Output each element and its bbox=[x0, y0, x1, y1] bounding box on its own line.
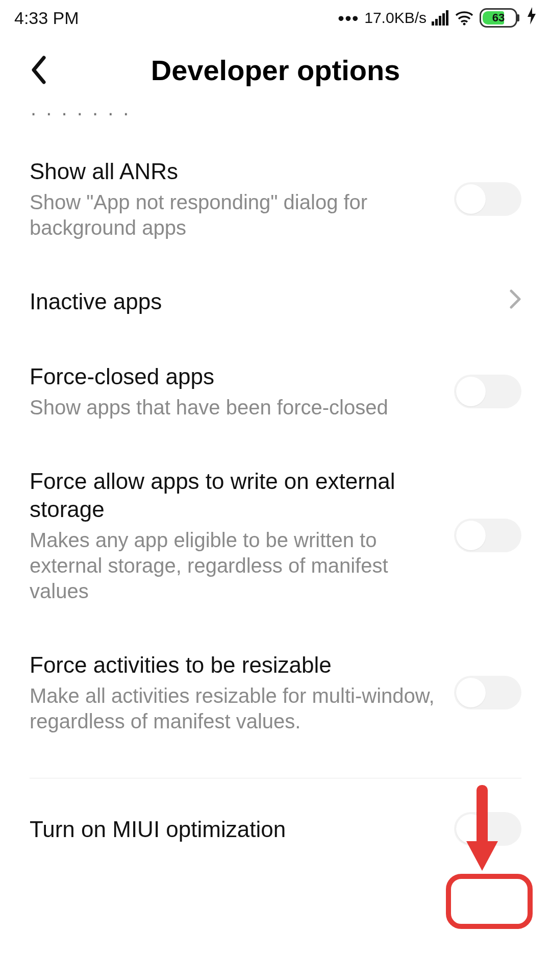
svg-rect-4 bbox=[446, 10, 448, 26]
battery-icon: 63 bbox=[480, 8, 518, 28]
battery-percent: 63 bbox=[481, 11, 516, 24]
cutoff-text: . . . . . . . bbox=[0, 103, 551, 113]
chevron-right-icon bbox=[509, 289, 521, 314]
setting-title: Turn on MIUI optimization bbox=[30, 815, 439, 843]
setting-text: Turn on MIUI optimization bbox=[30, 815, 439, 843]
svg-rect-3 bbox=[442, 13, 445, 26]
setting-text: Force activities to be resizable Make al… bbox=[30, 651, 439, 734]
page-title: Developer options bbox=[56, 54, 495, 87]
status-right: ••• 17.0KB/s 63 bbox=[338, 7, 537, 29]
setting-miui-optimization[interactable]: Turn on MIUI optimization bbox=[30, 794, 521, 869]
cellular-signal-icon bbox=[432, 10, 449, 26]
setting-control bbox=[454, 182, 521, 216]
setting-text: Show all ANRs Show "App not responding" … bbox=[30, 157, 439, 240]
setting-title: Force allow apps to write on external st… bbox=[30, 467, 439, 523]
svg-rect-0 bbox=[432, 21, 434, 26]
svg-rect-6 bbox=[477, 785, 488, 846]
charging-icon bbox=[527, 7, 537, 29]
setting-force-closed-apps[interactable]: Force-closed apps Show apps that have be… bbox=[30, 339, 521, 444]
setting-inactive-apps[interactable]: Inactive apps bbox=[30, 264, 521, 339]
setting-title: Show all ANRs bbox=[30, 157, 439, 185]
wifi-icon bbox=[454, 10, 474, 26]
setting-text: Inactive apps bbox=[30, 287, 494, 315]
settings-list[interactable]: Show all ANRs Show "App not responding" … bbox=[0, 113, 551, 869]
setting-title: Inactive apps bbox=[30, 287, 494, 315]
status-bar: 4:33 PM ••• 17.0KB/s 63 bbox=[0, 0, 551, 32]
annotation-highlight-box bbox=[446, 874, 533, 929]
setting-title: Force-closed apps bbox=[30, 362, 439, 390]
svg-rect-1 bbox=[435, 19, 438, 26]
setting-force-write-external[interactable]: Force allow apps to write on external st… bbox=[30, 444, 521, 627]
setting-subtitle: Show apps that have been force-closed bbox=[30, 395, 439, 420]
setting-subtitle: Show "App not responding" dialog for bac… bbox=[30, 189, 439, 240]
chevron-left-icon bbox=[30, 56, 47, 84]
toggle-switch[interactable] bbox=[454, 676, 521, 709]
setting-subtitle: Make all activities resizable for multi-… bbox=[30, 683, 439, 734]
header: Developer options bbox=[0, 32, 551, 103]
setting-force-resizable[interactable]: Force activities to be resizable Make al… bbox=[30, 627, 521, 757]
back-button[interactable] bbox=[20, 52, 56, 88]
setting-title: Force activities to be resizable bbox=[30, 651, 439, 679]
setting-text: Force-closed apps Show apps that have be… bbox=[30, 362, 439, 420]
toggle-switch[interactable] bbox=[454, 182, 521, 216]
notification-dots-icon: ••• bbox=[338, 8, 360, 28]
annotation-arrow-icon bbox=[464, 781, 500, 875]
svg-rect-2 bbox=[439, 16, 441, 26]
section-divider bbox=[30, 778, 521, 778]
setting-control bbox=[454, 375, 521, 408]
toggle-switch[interactable] bbox=[454, 519, 521, 552]
setting-subtitle: Makes any app eligible to be written to … bbox=[30, 527, 439, 604]
net-speed: 17.0KB/s bbox=[364, 9, 427, 27]
svg-point-5 bbox=[463, 23, 466, 26]
status-time: 4:33 PM bbox=[14, 8, 79, 28]
setting-control bbox=[454, 519, 521, 552]
toggle-switch[interactable] bbox=[454, 375, 521, 408]
setting-show-all-anrs[interactable]: Show all ANRs Show "App not responding" … bbox=[30, 113, 521, 264]
setting-text: Force allow apps to write on external st… bbox=[30, 467, 439, 604]
setting-control bbox=[454, 676, 521, 709]
setting-control bbox=[509, 289, 521, 314]
